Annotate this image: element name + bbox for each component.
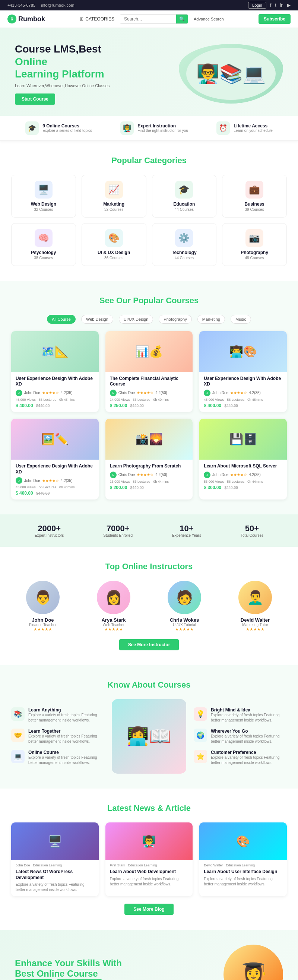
facebook-icon[interactable]: f	[270, 3, 271, 8]
category-web-design[interactable]: 🖥️ Web Design 32 Courses	[11, 175, 76, 218]
psychology-count: 38 Courses	[17, 256, 70, 260]
tab-ui-ux[interactable]: UI/UX Design	[119, 315, 153, 324]
wherever-go-icon: 🌍	[194, 729, 207, 742]
online-course-desc: Explore a variety of fresh topics Featur…	[28, 755, 104, 765]
stat-item-instruction: 👨‍🏫 Expert Instruction Find the right in…	[120, 121, 188, 135]
number-experience-label: Experience Years	[172, 533, 201, 538]
instructors-title-green: Instructors	[150, 562, 193, 571]
course-instructor-3: J John Doe ★★★★☆ 4.2(35)	[204, 390, 282, 396]
search-bar: 🔍	[120, 14, 188, 24]
category-technology[interactable]: ⚙️ Technology 44 Courses	[152, 223, 217, 266]
courses-stat-text: 9 Online Courses Explore a series of fie…	[43, 123, 92, 133]
course-thumb-6: 💾🗄️	[199, 419, 287, 460]
advance-search-link[interactable]: Advance Search	[194, 17, 224, 21]
course-thumb-4: 🖼️✏️	[11, 419, 99, 460]
number-instructors: 2000+ Expert Instructors	[35, 524, 64, 538]
category-ui-ux[interactable]: 🎨 UI & UX Design 36 Courses	[81, 223, 147, 266]
online-course-text: Online Course Explore a variety of fresh…	[28, 750, 104, 765]
search-input[interactable]	[120, 14, 176, 24]
tab-web-design[interactable]: Web Design	[81, 315, 113, 324]
hero-line2: Online	[15, 56, 47, 67]
tab-all-course[interactable]: All Course	[47, 315, 76, 324]
access-stat-title: Lifetime Access	[234, 123, 273, 129]
psychology-name: Psychology	[17, 250, 70, 255]
linkedin-icon[interactable]: in	[280, 3, 284, 8]
course-hours-1: 0h 45mins	[59, 398, 75, 401]
course-card-3[interactable]: 👨‍💻🎨 User Experience Design With Adobe X…	[199, 331, 287, 412]
education-name: Education	[158, 202, 211, 207]
subscribe-button[interactable]: Subscribe	[258, 14, 290, 24]
course-title-1: User Experience Design With Adobe XD	[16, 376, 94, 387]
login-button[interactable]: Login	[248, 2, 266, 9]
instructor-arya-stark[interactable]: 👩 Arya Stark Web Teacher ★★★★★	[82, 581, 145, 632]
marketing-icon: 📈	[105, 181, 123, 199]
course-hours-2: 0h 40mins	[153, 398, 169, 401]
course-title-5: Learn Photography From Scratch	[110, 463, 188, 469]
logo-icon: R	[8, 14, 16, 24]
category-photography[interactable]: 📷 Photography 48 Courses	[222, 223, 287, 266]
instructor-john-doe[interactable]: 👨 John Doe Finance Teacher ★★★★★	[11, 581, 75, 632]
course-card-1[interactable]: 🗺️📐 User Experience Design With Adobe XD…	[11, 331, 99, 412]
category-business[interactable]: 💼 Business 39 Courses	[222, 175, 287, 218]
psychology-icon: 🧠	[35, 229, 53, 247]
cta-image: 👩‍🎓	[223, 945, 283, 980]
instructor-name-2: Chris Doe	[118, 391, 135, 395]
devid-walter-role: Marketing Tutor	[223, 623, 287, 627]
hero-line1: Course LMS,Best	[15, 43, 101, 55]
news-card-2[interactable]: 👨‍🏫 First Stark Education Learning Learn…	[105, 822, 193, 896]
news-card-1[interactable]: 🖥️ John Doe Education Learning Latest Ne…	[11, 822, 99, 896]
customer-pref-icon: ⭐	[194, 750, 207, 763]
number-students: 7000+ Students Enrolled	[103, 524, 132, 538]
twitter-icon[interactable]: t	[275, 3, 276, 8]
news-meta-2: First Stark Education Learning	[110, 864, 188, 867]
see-more-instructor-button[interactable]: See More Instructor	[119, 639, 179, 651]
cta-heading: Enhance Your Skills With Best Online Cou…	[15, 958, 122, 980]
hero-description: Learn Wherever,Whenever,However Online C…	[15, 83, 110, 88]
instructor-chris-wokes[interactable]: 🧑 Chris Wokes UI/UX Tutorial ★★★★★	[153, 581, 216, 632]
youtube-icon[interactable]: ▶	[287, 3, 290, 8]
course-card-6[interactable]: 💾🗄️ Learn About Microsoft SQL Server J J…	[199, 419, 287, 500]
news-author-2: First Stark	[110, 864, 125, 867]
instructor-name-5: Chris Doe	[118, 473, 135, 477]
top-bar-right: Login f t in ▶	[248, 2, 290, 9]
course-card-4[interactable]: 🖼️✏️ User Experience Design With Adobe X…	[11, 419, 99, 500]
numbers-banner: 2000+ Expert Instructors 7000+ Students …	[0, 514, 298, 547]
category-psychology[interactable]: 🧠 Psychology 38 Courses	[11, 223, 76, 266]
tab-photography[interactable]: Photography	[159, 315, 191, 324]
news-info-3: Devid Walter Education Learning Learn Ab…	[199, 860, 287, 891]
tab-music[interactable]: Music	[231, 315, 251, 324]
course-price-5: $ 200.00 $440.00	[110, 485, 188, 490]
see-blog-button[interactable]: See More Blog	[124, 904, 173, 915]
tab-marketing[interactable]: Marketing	[198, 315, 225, 324]
chris-wokes-name: Chris Wokes	[153, 617, 216, 623]
news-card-3[interactable]: 🎨 Devid Walter Education Learning Learn …	[199, 822, 287, 896]
courses-title-text: See Our	[99, 296, 133, 305]
course-card-2[interactable]: 📊💰 The Complete Financial Analytic Cours…	[105, 331, 193, 412]
number-experience: 10+ Experience Years	[172, 524, 201, 538]
web-design-name: Web Design	[17, 202, 70, 207]
course-card-5[interactable]: 📸🌄 Learn Photography From Scratch C Chri…	[105, 419, 193, 500]
navbar: R Rumbok ⊞ CATEGORIES 🔍 Advance Search S…	[0, 10, 298, 28]
category-marketing[interactable]: 📈 Marketing 32 Courses	[81, 175, 147, 218]
education-icon: 🎓	[175, 181, 193, 199]
learn-together-text: Learn Together Explore a variety of fres…	[28, 729, 104, 744]
start-course-button[interactable]: Start Course	[15, 94, 55, 105]
devid-walter-stars: ★★★★★	[223, 627, 287, 632]
marketing-name: Marketing	[88, 202, 140, 207]
know-item-customer-pref: ⭐ Customer Preference Explore a variety …	[194, 750, 287, 765]
categories-button[interactable]: ⊞ CATEGORIES	[80, 16, 114, 22]
learn-anything-title: Learn Anything	[28, 707, 104, 713]
instructor-devid-walter[interactable]: 👨‍🦱 Devid Walter Marketing Tutor ★★★★★	[223, 581, 287, 632]
courses-title-green: Popular Courses	[133, 296, 199, 305]
course-instructor-5: C Chris Doe ★★★★☆ 4.2(50)	[110, 472, 188, 478]
search-button[interactable]: 🔍	[176, 14, 188, 24]
instructor-name-1: John Doe	[24, 391, 40, 395]
number-instructors-label: Expert Instructors	[35, 533, 64, 538]
category-education[interactable]: 🎓 Education 44 Courses	[152, 175, 217, 218]
bright-mind-text: Bright Mind & Idea Explore a variety of …	[211, 707, 287, 723]
course-price-4: $ 400.00 $440.00	[16, 490, 94, 496]
news-category-3: Education Learning	[226, 864, 255, 867]
chris-wokes-role: UI/UX Tutorial	[153, 623, 216, 627]
instructor-name-6: John Doe	[212, 473, 228, 477]
bright-mind-title: Bright Mind & Idea	[211, 707, 287, 713]
